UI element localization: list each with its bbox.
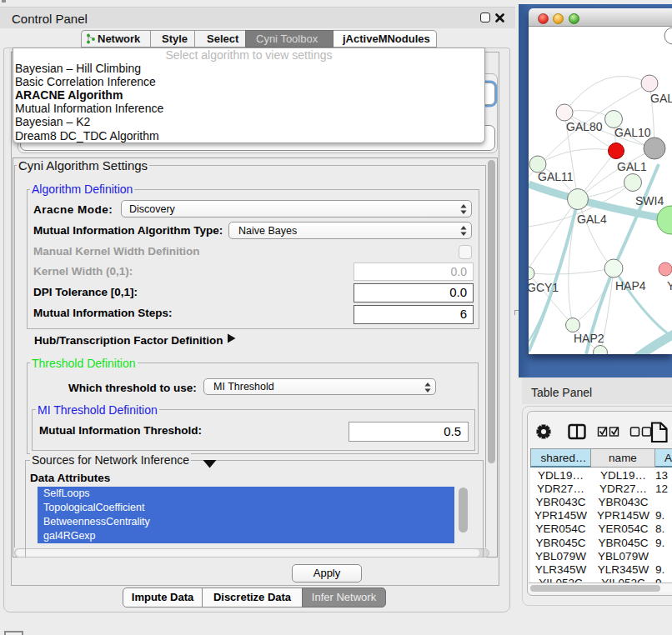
svg-text:HAP4: HAP4: [615, 279, 646, 292]
svg-text:GAL7: GAL7: [650, 92, 672, 105]
svg-text:HAP2: HAP2: [574, 332, 604, 345]
svg-text:GAL11: GAL11: [538, 170, 574, 183]
svg-text:GAL4: GAL4: [577, 212, 607, 226]
svg-text:GAL80: GAL80: [566, 120, 603, 133]
svg-text:GCY1: GCY1: [529, 281, 559, 294]
svg-text:SWI4: SWI4: [635, 194, 664, 208]
svg-text:GAL10: GAL10: [614, 126, 651, 139]
svg-text:Y: Y: [667, 279, 672, 292]
svg-text:GAL1: GAL1: [617, 160, 647, 173]
